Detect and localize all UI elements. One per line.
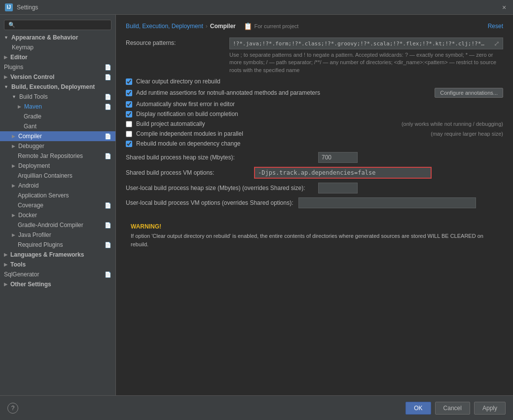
resource-patterns-hint: Use ; to separate patterns and ! to nega… [229, 51, 503, 74]
runtime-assertions-row: Add runtime assertions for notnull-annot… [126, 88, 503, 98]
sidebar-item-languages-frameworks[interactable]: ▶ Languages & Frameworks [0, 250, 115, 260]
resource-patterns-input-box: !?*.java;!?*.form;!?*.class;!?*.groovy;!… [229, 38, 503, 49]
search-icon: 🔍 [8, 22, 15, 28]
reset-link[interactable]: Reset [488, 23, 503, 30]
sidebar-item-other-settings[interactable]: ▶ Other Settings [0, 279, 115, 289]
build-automatically-note: (only works while not running / debuggin… [402, 121, 503, 127]
page-icon: 📄 [105, 153, 111, 159]
sidebar-item-plugins[interactable]: Plugins 📄 [0, 62, 115, 72]
warning-box: WARNING! If option 'Clear output directo… [126, 218, 503, 253]
cancel-button[interactable]: Cancel [435, 402, 470, 415]
local-heap-label: User-local build process heap size (Mbyt… [126, 185, 313, 191]
chevron-icon: ▶ [4, 252, 7, 257]
chevron-icon: ▶ [4, 75, 7, 79]
shared-heap-input[interactable] [318, 152, 358, 163]
bottom-right: OK Cancel Apply [405, 402, 506, 415]
apply-button[interactable]: Apply [474, 402, 506, 415]
help-button[interactable]: ? [7, 403, 18, 414]
sidebar-item-label: Coverage [18, 202, 43, 209]
compile-independent-checkbox[interactable] [126, 131, 132, 137]
sidebar-item-sqlgenerator[interactable]: SqlGenerator 📄 [0, 269, 115, 279]
search-box[interactable]: 🔍 [4, 20, 111, 30]
chevron-icon: ▼ [12, 94, 16, 99]
breadcrumb-row: Build, Execution, Deployment › Compiler … [126, 22, 503, 30]
display-notification-row: Display notification on build completion [126, 111, 503, 117]
sidebar-item-editor[interactable]: ▶ Editor [0, 52, 115, 62]
sidebar-item-label: Other Settings [10, 281, 51, 288]
sidebar-item-android[interactable]: ▶ Android [0, 181, 115, 191]
local-vm-options-row: User-local build process VM options (ove… [126, 197, 503, 208]
breadcrumb-arrow: › [206, 23, 208, 30]
sidebar-item-deployment[interactable]: ▶ Deployment [0, 161, 115, 171]
sidebar-item-label: Arquillian Containers [18, 172, 73, 179]
bottom-bar: ? OK Cancel Apply [0, 395, 513, 420]
title-bar-controls: × [500, 3, 508, 11]
sidebar-item-label: Remote Jar Repositories [18, 153, 83, 159]
search-input[interactable] [18, 22, 107, 28]
local-heap-input[interactable] [318, 183, 358, 193]
chevron-icon: ▶ [12, 163, 15, 168]
close-button[interactable]: × [500, 3, 508, 11]
sidebar-item-tools[interactable]: ▶ Tools [0, 260, 115, 269]
chevron-icon: ▶ [12, 144, 15, 149]
sidebar-item-label: Docker [18, 212, 37, 219]
build-automatically-checkbox[interactable] [126, 121, 132, 127]
show-first-error-checkbox[interactable] [126, 101, 132, 108]
ok-button[interactable]: OK [405, 402, 431, 415]
local-vm-input[interactable] [298, 197, 476, 208]
sidebar-item-compiler[interactable]: ▶ Compiler 📄 [0, 131, 115, 141]
sidebar-item-app-servers[interactable]: Application Servers [0, 191, 115, 200]
page-icon: 📄 [105, 222, 111, 229]
shared-heap-row: Shared build process heap size (Mbytes): [126, 152, 503, 163]
sidebar-item-appearance-behavior[interactable]: ▼ Appearance & Behavior [0, 33, 115, 42]
clear-output-checkbox[interactable] [126, 78, 132, 85]
sidebar-item-gant[interactable]: Gant [0, 121, 115, 131]
page-icon: 📄 [105, 202, 111, 209]
display-notification-checkbox[interactable] [126, 111, 132, 117]
shared-vm-input[interactable] [254, 167, 432, 179]
breadcrumb-link[interactable]: Build, Execution, Deployment [126, 23, 203, 30]
sidebar-item-coverage[interactable]: Coverage 📄 [0, 200, 115, 210]
compile-independent-note: (may require larger heap size) [431, 131, 503, 137]
runtime-assertions-label: Add runtime assertions for notnull-annot… [136, 89, 320, 96]
sidebar-item-label: Version Control [10, 74, 54, 80]
sidebar-item-label: Tools [10, 261, 26, 268]
breadcrumb-current: Compiler [210, 23, 236, 30]
rebuild-on-change-checkbox[interactable] [126, 141, 132, 147]
sidebar-item-maven[interactable]: ▶ Maven 📄 [0, 102, 115, 112]
build-automatically-label: Build project automatically [136, 120, 205, 127]
page-icon: 📄 [105, 104, 111, 110]
sidebar-item-label: Maven [24, 103, 42, 110]
sidebar: 🔍 ▼ Appearance & Behavior Keymap ▶ Edito… [0, 15, 116, 395]
sidebar-item-label: Gradle [24, 113, 41, 120]
local-heap-row: User-local build process heap size (Mbyt… [126, 183, 503, 193]
sidebar-item-label: Gant [24, 123, 37, 130]
sidebar-item-keymap[interactable]: Keymap [0, 42, 115, 52]
page-icon: 📄 [105, 242, 111, 248]
sidebar-item-label: Editor [10, 54, 28, 61]
sidebar-item-gradle[interactable]: Gradle [0, 112, 115, 121]
chevron-icon: ▶ [12, 232, 15, 237]
sidebar-item-label: Plugins [4, 64, 23, 71]
runtime-assertions-checkbox[interactable] [126, 90, 132, 96]
sidebar-item-docker[interactable]: ▶ Docker [0, 210, 115, 220]
sidebar-item-version-control[interactable]: ▶ Version Control 📄 [0, 72, 115, 82]
sidebar-item-required-plugins[interactable]: Required Plugins 📄 [0, 240, 115, 250]
sidebar-item-gradle-android[interactable]: Gradle-Android Compiler 📄 [0, 220, 115, 230]
chevron-icon: ▶ [12, 183, 15, 188]
expand-icon[interactable]: ⤢ [494, 39, 500, 47]
sidebar-item-debugger[interactable]: ▶ Debugger [0, 141, 115, 151]
chevron-icon: ▼ [4, 84, 8, 89]
sidebar-item-build-execution-deployment[interactable]: ▼ Build, Execution, Deployment [0, 82, 115, 92]
configure-annotations-button[interactable]: Configure annotations... [435, 88, 503, 98]
sidebar-item-label: Languages & Frameworks [10, 251, 84, 258]
local-vm-label: User-local build process VM options (ove… [126, 199, 293, 206]
title-bar-left: IJ Settings [5, 3, 38, 11]
sidebar-item-label: Deployment [18, 162, 50, 169]
sidebar-item-arquillian[interactable]: Arquillian Containers [0, 171, 115, 181]
sidebar-item-remote-jar-repos[interactable]: Remote Jar Repositories 📄 [0, 151, 115, 161]
sidebar-item-java-profiler[interactable]: ▶ Java Profiler [0, 230, 115, 240]
window-title: Settings [17, 4, 38, 11]
compile-independent-row: Compile independent modules in parallel … [126, 130, 503, 137]
sidebar-item-build-tools[interactable]: ▼ Build Tools 📄 [0, 92, 115, 102]
